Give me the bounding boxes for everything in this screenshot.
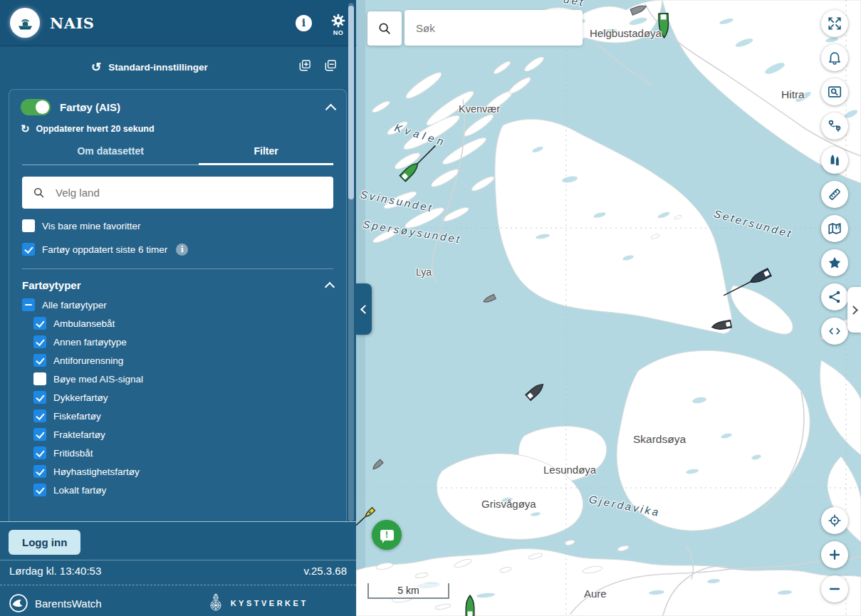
settings-language-button[interactable]: NO <box>330 13 346 36</box>
checkbox-label: Fartøy oppdatert siste 6 timer <box>42 244 167 255</box>
tab-om-datasettet[interactable]: Om datasettet <box>22 145 199 165</box>
nais-app: NAIS i <box>0 0 861 616</box>
checkbox[interactable] <box>33 354 46 367</box>
locate-button[interactable] <box>821 507 848 534</box>
alerts-icon <box>827 50 842 66</box>
country-search-input[interactable] <box>54 186 323 199</box>
app-version: v.25.3.68 <box>303 565 347 577</box>
map-legend-icon: ? <box>827 221 842 236</box>
checkbox-row: Fartøy oppdatert siste 6 timeri <box>22 243 333 256</box>
favorites-button[interactable] <box>821 249 848 276</box>
gear-icon <box>330 13 346 28</box>
chat-exclamation-icon: ! <box>380 530 394 541</box>
zoom-in-button[interactable] <box>821 541 848 568</box>
checkbox-label: Alle fartøytyper <box>42 300 107 310</box>
map-legend-button[interactable]: ? <box>821 215 848 242</box>
expand-windows-icon <box>298 58 312 73</box>
checkbox-label: Annen fartøytype <box>53 337 127 348</box>
divider <box>0 560 356 560</box>
route-button[interactable] <box>821 113 848 140</box>
checkbox-label: Bøye med AIS-signal <box>53 374 143 385</box>
route-icon <box>827 118 842 134</box>
checkbox[interactable] <box>22 243 35 256</box>
checkbox-label: Antiforurensning <box>53 355 123 366</box>
map-canvas[interactable]: HelgbustadøyaHitraKvenværKvalenSvinsunde… <box>356 0 861 616</box>
map-search-icon <box>827 84 842 100</box>
checkbox-label: Lokalt fartøy <box>53 485 106 496</box>
country-search <box>22 177 333 209</box>
share-button[interactable] <box>821 283 848 310</box>
checkbox[interactable] <box>33 465 46 478</box>
reset-icon: ↺ <box>91 60 101 75</box>
vessels-icon <box>827 152 842 168</box>
map-search-input[interactable] <box>405 10 583 46</box>
checkbox[interactable] <box>33 484 46 496</box>
panel-tabs: Om datasettetFilter <box>22 145 333 165</box>
feedback-button[interactable]: ! <box>372 520 402 550</box>
checkbox-label: Vis bare mine favoritter <box>42 221 141 231</box>
chevron-left-icon <box>360 305 370 314</box>
collapse-windows-icon <box>323 58 338 73</box>
expand-all-panels-button[interactable] <box>298 58 312 75</box>
tab-filter[interactable]: Filter <box>199 145 333 165</box>
kystverket-logo[interactable]: KYSTVERKET <box>207 592 308 614</box>
search-icon <box>32 186 46 199</box>
chevron-up-icon[interactable] <box>325 282 335 292</box>
vessels-button[interactable] <box>821 147 848 174</box>
barentswatch-logo[interactable]: BarentsWatch <box>9 593 102 613</box>
share-icon <box>827 289 842 305</box>
checkbox-row: Antiforurensning <box>33 354 333 367</box>
checkbox[interactable] <box>33 317 46 330</box>
checkbox-row: Ambulansebåt <box>33 317 333 330</box>
sidebar-footer: Logg inn Lørdag kl. 13:40:53 v.25.3.68 B… <box>0 521 356 616</box>
ais-layer-panel: Fartøy (AIS) ↻ Oppdaterer hvert 20 sekun… <box>9 89 347 522</box>
checkbox[interactable] <box>22 219 35 232</box>
locate-icon <box>827 513 842 528</box>
map-search-button[interactable] <box>367 11 402 46</box>
map-search-button[interactable] <box>821 78 848 105</box>
zoom-out-icon <box>827 581 842 597</box>
checkbox-row: Annen fartøytype <box>33 335 333 348</box>
checkbox[interactable] <box>33 409 46 422</box>
alerts-button[interactable] <box>821 44 848 71</box>
info-icon[interactable]: i <box>296 15 312 31</box>
checkbox[interactable] <box>33 335 46 348</box>
chevron-right-icon <box>849 306 858 315</box>
embed-code-button[interactable] <box>821 318 848 345</box>
checkbox-row: Vis bare mine favoritter <box>22 219 333 232</box>
vessel-types-heading: Fartøytyper <box>22 279 81 291</box>
search-icon <box>377 21 392 36</box>
expand-right-panel-tab[interactable] <box>847 287 861 333</box>
vessel-types-tree: Alle fartøytyperAmbulansebåtAnnen fartøy… <box>22 298 333 496</box>
favorites-icon <box>827 255 842 271</box>
info-icon[interactable]: i <box>176 244 188 256</box>
nais-ship-logo-icon <box>10 8 40 38</box>
checkbox-label: Fiskefartøy <box>53 411 101 422</box>
checkbox[interactable] <box>33 428 46 441</box>
checkbox-row: Bøye med AIS-signal <box>33 372 333 385</box>
sidebar-scrollbar-thumb[interactable] <box>348 6 354 199</box>
checkbox[interactable] <box>33 391 46 404</box>
checkbox-label: Fraktefartøy <box>53 429 105 440</box>
collapse-all-panels-button[interactable] <box>323 58 338 75</box>
divider <box>22 268 333 269</box>
filter-checkboxes: Vis bare mine favoritterFartøy oppdatert… <box>9 219 346 256</box>
dashed-divider <box>0 585 356 585</box>
fullscreen-button[interactable] <box>821 10 848 37</box>
zoom-out-button[interactable] <box>821 575 848 602</box>
chevron-up-icon[interactable] <box>325 103 337 115</box>
login-button[interactable]: Logg inn <box>9 530 80 555</box>
measure-button[interactable] <box>821 181 848 208</box>
checkbox-row: Dykkerfartøy <box>33 391 333 404</box>
svg-text:?: ? <box>837 223 840 230</box>
zoom-in-icon <box>827 547 842 563</box>
checkbox[interactable] <box>22 298 35 311</box>
measure-icon <box>827 187 842 202</box>
checkbox[interactable] <box>33 372 46 385</box>
checkbox[interactable] <box>33 447 46 459</box>
checkbox-row: Fritidsbåt <box>33 447 333 459</box>
ais-layer-toggle[interactable] <box>21 99 51 115</box>
collapse-sidebar-tab[interactable] <box>356 283 372 335</box>
fullscreen-icon <box>827 16 842 31</box>
update-interval-row: ↻ Oppdaterer hvert 20 sekund <box>9 120 346 137</box>
